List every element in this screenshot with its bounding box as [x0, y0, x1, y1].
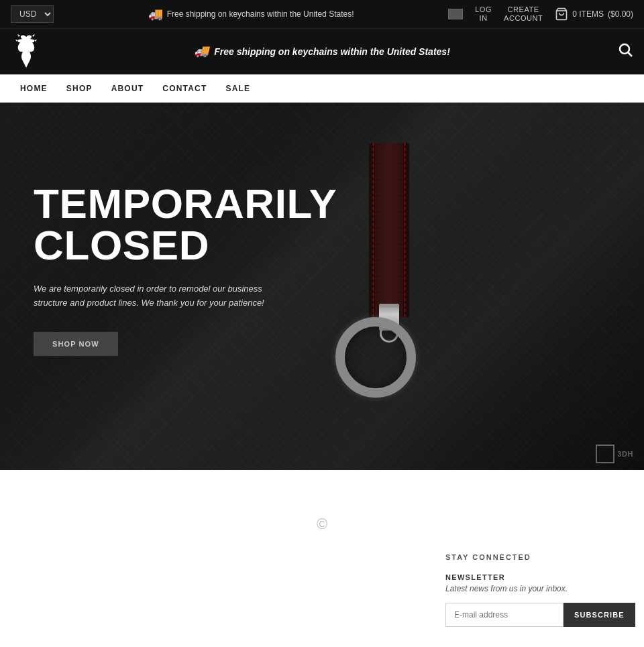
below-fold-wrapper: © STAY CONNECTED NEWSLETTER Latest news … [0, 483, 644, 638]
newsletter-subscribe-button[interactable]: SUBSCRIBE [564, 603, 635, 627]
login-link[interactable]: LOG IN [475, 5, 492, 23]
stay-connected-label: STAY CONNECTED [445, 553, 628, 561]
shipping-notice: 🚚 Free shipping on keychains within the … [148, 7, 354, 21]
watermark-text: 3DH [617, 450, 633, 458]
cart-icon [555, 7, 568, 21]
svg-line-2 [629, 53, 633, 57]
newsletter-label: NEWSLETTER [445, 573, 628, 581]
copyright-icon-area: © [0, 497, 644, 533]
nav-shop[interactable]: SHOP [57, 74, 102, 103]
currency-wrapper[interactable]: USD EUR GBP CAD [11, 5, 54, 23]
hero-section: 3DH TEMPORARILY CLOSED We are temporaril… [0, 103, 644, 470]
newsletter-email-input[interactable] [445, 603, 564, 627]
search-icon [617, 42, 633, 58]
top-bar: USD EUR GBP CAD 🚚 Free shipping on keych… [0, 0, 644, 28]
watermark-box [596, 445, 614, 463]
create-account-link[interactable]: CREATE ACCOUNT [504, 5, 543, 23]
nav-about[interactable]: ABOUT [102, 74, 154, 103]
below-fold: © STAY CONNECTED NEWSLETTER Latest news … [0, 470, 644, 647]
hero-content: TEMPORARILY CLOSED We are temporarily cl… [34, 183, 337, 356]
currency-selector[interactable]: USD EUR GBP CAD [11, 5, 54, 23]
stitch-right [405, 143, 405, 317]
flag-icon [448, 9, 463, 19]
key-ring [335, 317, 416, 398]
newsletter-form: SUBSCRIBE [445, 603, 628, 627]
logo-icon [11, 34, 42, 69]
logo-link[interactable] [11, 34, 42, 69]
nav-sale[interactable]: SALE [216, 74, 260, 103]
hero-cta-button[interactable]: SHOP NOW [34, 332, 118, 356]
hero-title: TEMPORARILY CLOSED [34, 183, 337, 266]
cart-items: 0 ITEMS [572, 9, 604, 19]
main-nav: HOME SHOP ABOUT CONTACT SALE [0, 74, 644, 103]
hero-product-image [322, 143, 523, 438]
nav-home[interactable]: HOME [11, 74, 57, 103]
search-button[interactable] [617, 42, 633, 62]
hero-subtitle: We are temporarily closed in order to re… [34, 282, 288, 310]
stitch-left [373, 143, 374, 317]
shipping-banner: 🚚 Free shipping on keychains within the … [194, 44, 450, 59]
site-header: 🚚 Free shipping on keychains within the … [0, 28, 644, 74]
nav-contact[interactable]: CONTACT [153, 74, 216, 103]
strap [369, 143, 409, 317]
top-bar-actions: LOG IN CREATE ACCOUNT 0 ITEMS ($0.00) [448, 5, 633, 23]
shipping-banner-text: Free shipping on keychains within the Un… [214, 46, 450, 58]
truck-icon: 🚚 [148, 7, 163, 21]
svg-point-1 [620, 44, 629, 54]
hero-watermark: 3DH [596, 445, 633, 463]
cart-total: ($0.00) [608, 9, 633, 19]
truck-icon-header: 🚚 [194, 44, 209, 59]
copyright-icon: © [317, 516, 327, 533]
newsletter-section: STAY CONNECTED NEWSLETTER Latest news fr… [429, 533, 644, 647]
shipping-text: Free shipping on keychains within the Un… [167, 9, 354, 19]
newsletter-description: Latest news from us in your inbox. [445, 584, 628, 593]
cart-button[interactable]: 0 ITEMS ($0.00) [555, 7, 633, 21]
